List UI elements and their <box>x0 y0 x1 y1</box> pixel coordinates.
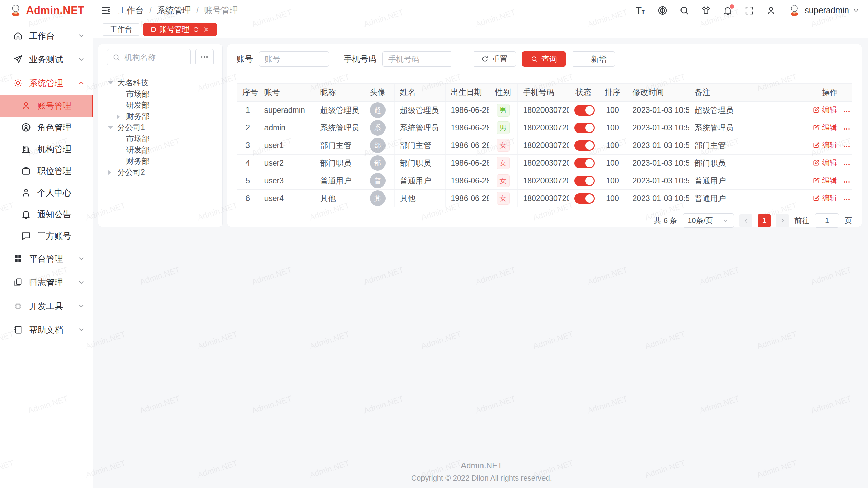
tab-account-management[interactable]: 账号管理 <box>143 23 217 36</box>
sidebar-item-notice[interactable]: 通知公告 <box>0 203 93 225</box>
tree-node[interactable]: 财务部 <box>98 156 222 167</box>
prev-page-button[interactable] <box>739 214 752 227</box>
cell-name: 系统管理员 <box>394 119 445 137</box>
font-size-icon[interactable]: Tт <box>636 5 646 16</box>
cell-nickname: 超级管理员 <box>315 101 361 119</box>
avatar: 其 <box>370 190 386 206</box>
add-button[interactable]: 新增 <box>572 51 615 67</box>
org-more-button[interactable] <box>195 49 214 65</box>
edit-button[interactable]: 编辑 <box>813 175 837 185</box>
app-root: Admin.NET 工作台业务测试系统管理账号管理角色管理机构管理职位管理个人中… <box>0 0 868 488</box>
account-table-panel: 账号 手机号码 重置 查询 新增 <box>227 44 862 227</box>
notification-badge <box>730 4 734 9</box>
edit-button[interactable]: 编辑 <box>813 140 837 150</box>
sidebar-item-label: 平台管理 <box>29 253 63 264</box>
search-button[interactable]: 查询 <box>522 51 566 67</box>
account-input[interactable] <box>259 51 329 67</box>
page-size-select[interactable]: 10条/页 <box>683 214 734 228</box>
cell-account: user4 <box>259 189 315 207</box>
status-toggle[interactable] <box>574 140 595 151</box>
caret-down-icon[interactable] <box>108 126 117 129</box>
sidebar-item-log-management[interactable]: 日志管理 <box>0 270 93 294</box>
language-icon[interactable] <box>657 5 668 16</box>
refresh-icon <box>193 26 199 33</box>
tree-node[interactable]: 研发部 <box>98 144 222 156</box>
fullscreen-icon[interactable] <box>744 5 754 16</box>
status-toggle[interactable] <box>574 105 595 116</box>
status-toggle[interactable] <box>574 123 595 133</box>
menu-fold-icon[interactable] <box>101 5 111 16</box>
sidebar-item-personal-center[interactable]: 个人中心 <box>0 182 93 203</box>
more-actions-button[interactable] <box>843 125 851 133</box>
status-toggle[interactable] <box>574 176 595 186</box>
edit-button[interactable]: 编辑 <box>813 122 837 133</box>
sidebar-item-label: 账号管理 <box>37 100 71 111</box>
breadcrumb-item[interactable]: 账号管理 <box>204 5 238 16</box>
next-page-button[interactable] <box>776 214 789 227</box>
sidebar-item-role-management[interactable]: 角色管理 <box>0 117 93 138</box>
edit-button[interactable]: 编辑 <box>813 193 837 203</box>
more-actions-button[interactable] <box>843 160 851 168</box>
cell-avatar: 系 <box>361 119 394 137</box>
sidebar-item-account-management[interactable]: 账号管理 <box>0 95 93 117</box>
notification-icon[interactable] <box>723 5 733 16</box>
tree-node[interactable]: 大名科技 <box>98 77 222 88</box>
breadcrumb-item[interactable]: 工作台 <box>118 5 144 16</box>
sidebar-item-help-docs[interactable]: 帮助文档 <box>0 318 93 342</box>
chevron-down-icon <box>77 32 85 40</box>
breadcrumb-separator: / <box>149 5 152 15</box>
status-toggle[interactable] <box>574 158 595 168</box>
sidebar-item-third-party-account[interactable]: 三方账号 <box>0 225 93 247</box>
sidebar-item-label: 工作台 <box>29 30 55 41</box>
phone-label: 手机号码 <box>344 54 376 64</box>
theme-icon[interactable] <box>701 5 711 16</box>
org-search-input[interactable] <box>124 53 185 62</box>
tree-node[interactable]: 研发部 <box>98 100 222 111</box>
logo-text: Admin.NET <box>26 4 84 17</box>
plus-icon <box>580 55 588 63</box>
search-icon[interactable] <box>679 5 689 16</box>
sidebar-item-system-management[interactable]: 系统管理 <box>0 71 93 95</box>
cell-avatar: 普 <box>361 172 394 189</box>
tree-node-label: 分公司2 <box>117 167 145 178</box>
user-menu[interactable]: superadmin <box>788 3 860 18</box>
search-icon <box>112 53 120 61</box>
caret-right-icon[interactable] <box>117 114 126 119</box>
cell-nickname: 部门职员 <box>315 154 361 172</box>
tree-node[interactable]: 财务部 <box>98 111 222 122</box>
tree-node[interactable]: 市场部 <box>98 88 222 100</box>
tree-node[interactable]: 市场部 <box>98 133 222 144</box>
avatar: 超 <box>370 102 386 118</box>
phone-input[interactable] <box>382 51 452 67</box>
sidebar-item-business-test[interactable]: 业务测试 <box>0 47 93 71</box>
caret-down-icon[interactable] <box>108 81 117 84</box>
tree-node[interactable]: 分公司2 <box>98 167 222 178</box>
sidebar-item-workbench[interactable]: 工作台 <box>0 24 93 47</box>
tab-workbench[interactable]: 工作台 <box>103 23 139 36</box>
toggle-knob <box>585 141 594 150</box>
goto-page-input[interactable] <box>815 214 839 228</box>
page-size-value: 10条/页 <box>688 216 713 226</box>
gender-badge: 女 <box>497 192 510 205</box>
status-toggle[interactable] <box>574 193 595 204</box>
more-actions-button[interactable] <box>843 107 851 116</box>
breadcrumb-item[interactable]: 系统管理 <box>157 5 191 16</box>
sidebar-item-position-management[interactable]: 职位管理 <box>0 160 93 182</box>
more-actions-button[interactable] <box>843 178 851 186</box>
tree-node[interactable]: 分公司1 <box>98 122 222 133</box>
cell-account: superadmin <box>259 101 315 119</box>
edit-button[interactable]: 编辑 <box>813 105 837 115</box>
caret-right-icon[interactable] <box>108 170 117 175</box>
cell-birth: 1986-06-28 <box>445 189 489 207</box>
more-actions-button[interactable] <box>843 143 851 151</box>
cell-actions: 编辑 <box>808 101 852 119</box>
sidebar-item-org-management[interactable]: 机构管理 <box>0 138 93 160</box>
more-actions-button[interactable] <box>843 196 851 204</box>
sidebar-item-dev-tools[interactable]: 开发工具 <box>0 294 93 318</box>
sidebar-item-label: 三方账号 <box>37 230 71 242</box>
current-page[interactable]: 1 <box>758 214 771 227</box>
sidebar-item-platform-management[interactable]: 平台管理 <box>0 247 93 270</box>
user-icon[interactable] <box>766 5 776 16</box>
edit-button[interactable]: 编辑 <box>813 158 837 168</box>
reset-button[interactable]: 重置 <box>473 51 516 67</box>
